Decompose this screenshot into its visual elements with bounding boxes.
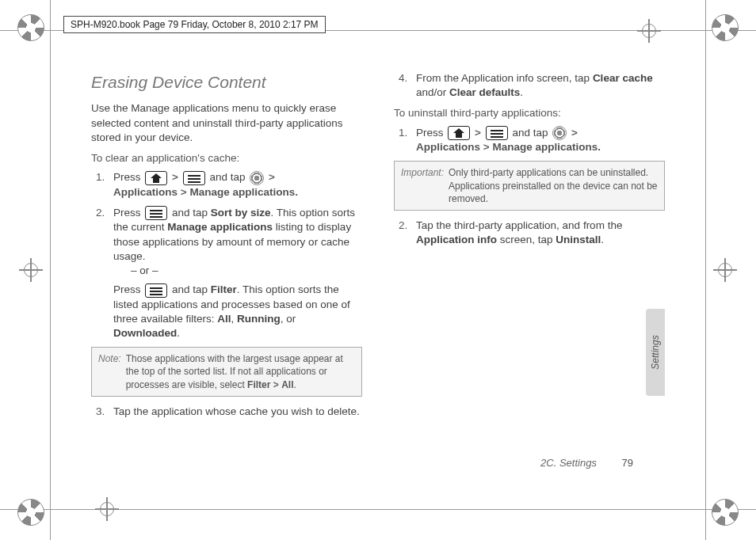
crosshair-icon: [19, 258, 43, 282]
text-bold: Clear cache: [593, 72, 653, 84]
home-button-icon: [145, 171, 167, 185]
text-bold: Applications: [416, 141, 480, 153]
text-bold: Filter: [247, 379, 270, 390]
text: and tap: [172, 207, 211, 219]
subheading-clear-cache: To clear an application's cache:: [91, 151, 362, 165]
menu-button-icon: [145, 283, 167, 298]
text: From the Application info screen, tap: [416, 72, 593, 84]
menu-button-icon: [145, 206, 167, 220]
crop-line-right: [705, 0, 706, 540]
step-3: Tap the application whose cache you wish…: [96, 405, 362, 419]
home-button-icon: [448, 126, 470, 140]
important-label: Important:: [401, 166, 444, 205]
uninstall-step-2: Tap the third-party application, and fro…: [399, 219, 665, 247]
section-title: Erasing Device Content: [91, 71, 362, 93]
text-bold: Manage applications.: [189, 186, 298, 198]
registration-mark-icon: [712, 499, 739, 526]
text: Press: [416, 127, 446, 139]
text: Press: [113, 283, 143, 295]
text: Press: [113, 171, 143, 183]
important-body: Only third-party applications can be uni…: [449, 166, 658, 205]
text: Those applications with the largest usag…: [126, 353, 343, 390]
note-box: Note: Those applications with the larges…: [91, 347, 362, 397]
text: and/or: [416, 86, 449, 98]
step-1: Press > and tap > Applications > Manage …: [96, 170, 362, 200]
left-column: Erasing Device Content Use the Manage ap…: [91, 71, 362, 425]
step-4: From the Application info screen, tap Cl…: [399, 71, 665, 100]
intro-text: Use the Manage applications menu to quic…: [91, 101, 362, 145]
text-bold: Manage applications.: [492, 141, 601, 153]
text-bold: Running: [237, 313, 281, 325]
chevron-right-icon: >: [571, 127, 578, 139]
settings-gear-icon: [250, 171, 264, 185]
chevron-right-icon: >: [483, 141, 490, 153]
text-bold: Clear defaults: [449, 86, 520, 98]
uninstall-step-1: Press > and tap > Applications > Manage …: [399, 126, 665, 155]
menu-button-icon: [486, 126, 508, 140]
or-divider: – or –: [131, 264, 362, 278]
text: Press: [113, 207, 143, 219]
text-bold: Filter: [211, 283, 237, 295]
running-header: SPH-M920.book Page 79 Friday, October 8,…: [63, 16, 326, 33]
text-bold: All: [217, 313, 231, 325]
page-body: Erasing Device Content Use the Manage ap…: [91, 71, 665, 469]
text-bold: All: [281, 379, 293, 390]
important-box: Important: Only third-party applications…: [394, 161, 665, 211]
registration-mark-icon: [17, 14, 44, 41]
chevron-right-icon: >: [273, 379, 279, 390]
right-column: From the Application info screen, tap Cl…: [394, 71, 665, 425]
text: screen, tap: [497, 234, 556, 245]
footer-section: 2C. Settings: [540, 457, 597, 469]
text-bold: Sort by size: [211, 207, 271, 219]
text: and tap: [209, 171, 248, 183]
step-2: Press and tap Sort by size. This option …: [96, 206, 362, 340]
text: and tap: [512, 127, 551, 139]
chevron-right-icon: >: [172, 171, 178, 183]
page-footer: 2C. Settings 79: [540, 457, 633, 469]
chevron-right-icon: >: [269, 171, 275, 183]
note-body: Those applications with the largest usag…: [126, 352, 355, 391]
crosshair-icon: [713, 258, 737, 282]
text: Tap the third-party application, and fro…: [416, 219, 622, 231]
section-tab-label: Settings: [650, 335, 661, 369]
menu-button-icon: [183, 171, 205, 185]
subheading-uninstall: To uninstall third-party applications:: [394, 106, 665, 120]
settings-gear-icon: [552, 126, 567, 140]
section-tab: Settings: [646, 309, 665, 396]
crop-line-left: [50, 0, 51, 540]
registration-mark-icon: [17, 499, 44, 526]
text-bold: Downloaded: [113, 327, 177, 339]
text-bold: Manage applications: [167, 221, 273, 233]
text-bold: Application info: [416, 234, 497, 245]
chevron-right-icon: >: [475, 127, 481, 139]
chevron-right-icon: >: [181, 186, 187, 198]
note-label: Note:: [98, 352, 121, 391]
crosshair-icon: [637, 19, 661, 43]
text: and tap: [172, 283, 211, 295]
text-bold: Applications: [113, 186, 178, 198]
page-number: 79: [622, 457, 633, 469]
text-bold: Uninstall: [556, 234, 601, 245]
registration-mark-icon: [712, 14, 739, 41]
crosshair-icon: [95, 497, 119, 521]
